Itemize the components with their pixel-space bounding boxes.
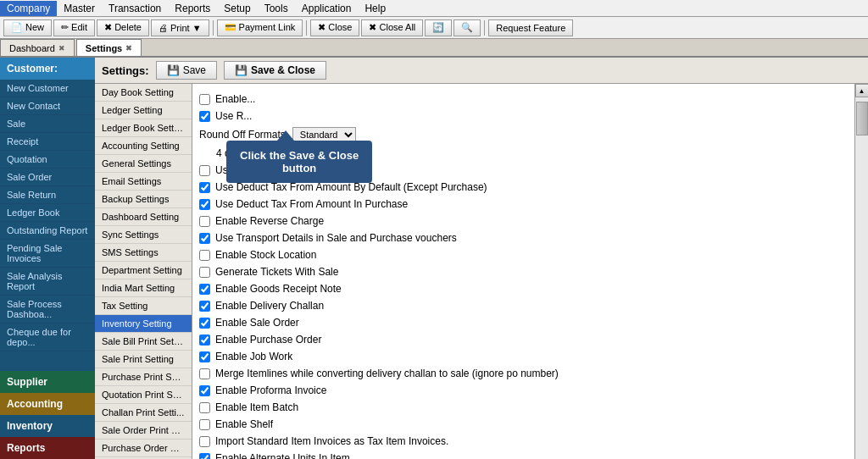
close-all-button[interactable]: ✖ Close All (361, 19, 423, 36)
sidebar-customer-header[interactable]: Customer: (0, 58, 95, 80)
sidebar-item-new-contact[interactable]: New Contact (0, 97, 95, 115)
save-close-button[interactable]: 💾 Save & Close (224, 61, 326, 80)
cb-item-batch[interactable] (199, 402, 210, 413)
payment-link-button[interactable]: 💳 Payment Link (217, 19, 303, 36)
sidebar-supplier-header[interactable]: Supplier (0, 371, 95, 393)
cb-tickets-with-sale[interactable] (199, 267, 210, 278)
request-feature-button[interactable]: Request Feature (488, 19, 573, 36)
scroll-up-button[interactable]: ▲ (855, 84, 869, 97)
cb-transport-details[interactable] (199, 233, 210, 244)
sidebar-item-new-customer[interactable]: New Customer (0, 80, 95, 97)
scroll-track[interactable] (855, 97, 868, 459)
cb-delivery-challan[interactable] (199, 301, 210, 312)
row-transport-details: Use Transport Details in Sale and Purcha… (199, 230, 848, 246)
cb-deduct-tax-purchase[interactable] (199, 199, 210, 210)
nav-ledger-setting[interactable]: Ledger Setting (95, 102, 192, 119)
scroll-thumb[interactable] (856, 102, 868, 135)
menu-setup[interactable]: Setup (217, 1, 257, 16)
sidebar-item-sale-order[interactable]: Sale Order (0, 169, 95, 186)
save-icon: 💾 (167, 64, 180, 76)
tab-dashboard-close[interactable]: ✖ (58, 44, 65, 53)
cb-goods-receipt[interactable] (199, 284, 210, 295)
sidebar-accounting-header[interactable]: Accounting (0, 393, 95, 415)
cb-enable[interactable] (199, 94, 210, 105)
row-proforma-invoice: Enable Proforma Invoice (199, 382, 848, 399)
sidebar-item-sale-analysis-report[interactable]: Sale Analysis Report (0, 268, 95, 296)
nav-purchase-order-print[interactable]: Purchase Order Pr... (95, 440, 192, 457)
nav-sale-print[interactable]: Sale Print Setting (95, 351, 192, 368)
cb-shelf[interactable] (199, 419, 210, 430)
sidebar-item-cheque-due[interactable]: Cheque due for depo... (0, 324, 95, 351)
refresh-button[interactable]: 🔄 (425, 19, 452, 36)
nav-sync[interactable]: Sync Settings (95, 226, 192, 244)
menu-company[interactable]: Company (0, 1, 57, 16)
nav-tax[interactable]: Tax Setting (95, 297, 192, 315)
save-label: Save (183, 64, 206, 76)
sidebar-item-pending-sale-invoices[interactable]: Pending Sale Invoices (0, 240, 95, 268)
nav-general[interactable]: General Settings (95, 155, 192, 173)
cb-purchase-order[interactable] (199, 335, 210, 346)
sidebar-item-sale[interactable]: Sale (0, 115, 95, 133)
row-use-r: Use R... (199, 108, 848, 124)
sidebar-item-sale-return[interactable]: Sale Return (0, 186, 95, 204)
nav-sale-bill-print[interactable]: Sale Bill Print Setti... (95, 333, 192, 351)
cb-reverse-charge[interactable] (199, 216, 210, 227)
label-delivery-challan: Enable Delivery Challan (215, 300, 324, 312)
delete-button[interactable]: ✖ Delete (97, 19, 149, 36)
new-button[interactable]: 📄 New (3, 19, 52, 36)
nav-challan-print[interactable]: Challan Print Setti... (95, 404, 192, 422)
search-button[interactable]: 🔍 (453, 19, 481, 36)
nav-dashboard[interactable]: Dashboard Setting (95, 208, 192, 226)
sidebar-item-sale-process-dashboard[interactable]: Sale Process Dashboa... (0, 296, 95, 324)
cb-use-rate-with[interactable] (199, 165, 210, 176)
nav-department[interactable]: Department Setting (95, 262, 192, 279)
cb-import-standard[interactable] (199, 436, 210, 447)
menu-master[interactable]: Master (57, 1, 102, 16)
sidebar-item-outstanding-report[interactable]: Outstanding Report (0, 222, 95, 240)
nav-ledger-book[interactable]: Ledger Book Setting (95, 119, 192, 137)
save-button[interactable]: 💾 Save (156, 61, 217, 80)
nav-inventory[interactable]: Inventory Setting (95, 315, 192, 333)
menu-reports[interactable]: Reports (168, 1, 217, 16)
nav-india-mart[interactable]: India Mart Setting (95, 279, 192, 297)
label-proforma-invoice: Enable Proforma Invoice (215, 384, 326, 396)
vertical-scrollbar[interactable]: ▲ ▼ (854, 84, 868, 459)
content-area: Settings: 💾 Save 💾 Save & Close Day Book… (95, 58, 868, 459)
nav-accounting[interactable]: Accounting Setting (95, 137, 192, 155)
cb-merge-itemlines[interactable] (199, 368, 210, 379)
nav-sale-order-print[interactable]: Sale Order Print S... (95, 422, 192, 440)
cb-alternate-units[interactable] (199, 453, 210, 460)
nav-email[interactable]: Email Settings (95, 173, 192, 191)
menu-application[interactable]: Application (295, 1, 359, 16)
close-button[interactable]: ✖ Close (310, 19, 359, 36)
tab-settings-close[interactable]: ✖ (125, 44, 132, 53)
cb-sale-order[interactable] (199, 318, 210, 329)
sidebar-inventory-header[interactable]: Inventory (0, 415, 95, 437)
sidebar-item-quotation[interactable]: Quotation (0, 151, 95, 169)
nav-backup[interactable]: Backup Settings (95, 191, 192, 208)
cb-job-work[interactable] (199, 351, 210, 362)
row-tickets-with-sale: Generate Tickets With Sale (199, 263, 848, 280)
toolbar: 📄 New ✏ Edit ✖ Delete 🖨 Print ▼ 💳 Paymen… (0, 17, 868, 39)
menu-tools[interactable]: Tools (258, 1, 295, 16)
cb-stock-location[interactable] (199, 250, 210, 261)
sidebar-item-ledger-book[interactable]: Ledger Book (0, 204, 95, 222)
menu-transaction[interactable]: Transaction (102, 1, 168, 16)
cb-use-r[interactable] (199, 111, 210, 122)
tab-dashboard[interactable]: Dashboard ✖ (0, 39, 75, 56)
settings-content[interactable]: Click the Save & Close button Enable... … (192, 84, 854, 459)
menu-help[interactable]: Help (358, 1, 392, 16)
nav-quotation-print[interactable]: Quotation Print Se... (95, 386, 192, 404)
cb-proforma-invoice[interactable] (199, 385, 210, 396)
nav-day-book[interactable]: Day Book Setting (95, 84, 192, 102)
label-enable: Enable... (215, 93, 255, 105)
cb-deduct-tax-except[interactable] (199, 182, 210, 193)
tab-settings[interactable]: Settings ✖ (76, 39, 142, 56)
sidebar-item-receipt[interactable]: Receipt (0, 133, 95, 151)
edit-button[interactable]: ✏ Edit (53, 19, 95, 36)
sidebar-reports-header[interactable]: Reports (0, 437, 95, 459)
nav-sms[interactable]: SMS Settings (95, 244, 192, 262)
label-import-standard: Import Standard Item Invoices as Tax Ite… (215, 435, 448, 447)
nav-purchase-print[interactable]: Purchase Print Set... (95, 368, 192, 386)
print-button[interactable]: 🖨 Print ▼ (151, 19, 209, 36)
